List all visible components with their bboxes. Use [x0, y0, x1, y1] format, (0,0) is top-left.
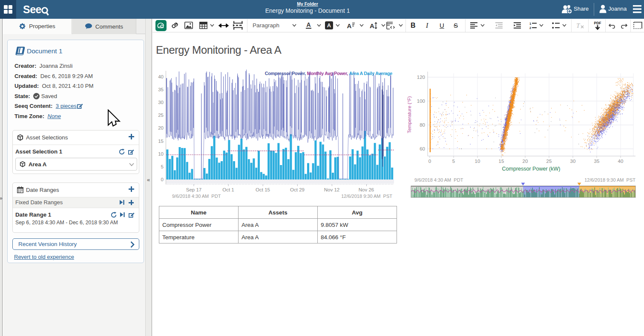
svg-text:2: 2: [529, 26, 531, 29]
svg-text:9/6/2018 4:30 AM PDT: 9/6/2018 4:30 AM PDT: [172, 194, 221, 199]
svg-text:Compressor Power, Monthly Avg: Compressor Power, Monthly Avg Power, Are…: [265, 71, 393, 76]
svg-text:12/6/2018 9:30 AM PST: 12/6/2018 9:30 AM PST: [341, 194, 392, 199]
svg-text:A: A: [347, 22, 352, 29]
svg-text:5: 5: [452, 159, 455, 164]
svg-text:15: 15: [499, 159, 504, 164]
svg-text:15: 15: [158, 139, 164, 144]
svg-text:0: 0: [428, 159, 431, 164]
svg-text:Sep 17: Sep 17: [186, 187, 201, 192]
svg-text:Nov 12: Nov 12: [324, 187, 339, 192]
svg-text:20: 20: [523, 159, 528, 164]
svg-text:25: 25: [546, 159, 552, 164]
svg-text:30: 30: [158, 100, 164, 105]
svg-text:Temperature (°F): Temperature (°F): [407, 96, 412, 133]
svg-text:12/6/2018 9:30 AM PST: 12/6/2018 9:30 AM PST: [584, 177, 635, 182]
svg-text:A: A: [306, 22, 310, 28]
svg-text:40: 40: [618, 159, 624, 164]
svg-text:Oct 1: Oct 1: [222, 187, 234, 192]
svg-text:9/6/2018 4:30 AM PDT: 9/6/2018 4:30 AM PDT: [414, 177, 463, 182]
svg-text:30: 30: [570, 159, 576, 164]
svg-text:A: A: [327, 22, 331, 29]
svg-text:40: 40: [158, 74, 164, 79]
svg-text:Oct 29: Oct 29: [290, 187, 305, 192]
svg-text:Oct 15: Oct 15: [256, 187, 270, 192]
svg-text:1: 1: [529, 22, 531, 26]
svg-text:35: 35: [594, 159, 600, 164]
svg-text:120: 120: [417, 75, 425, 80]
svg-text:35: 35: [158, 87, 164, 92]
svg-text:10: 10: [475, 159, 480, 164]
svg-text:A: A: [370, 22, 374, 29]
svg-text:10: 10: [158, 151, 164, 156]
svg-text:T: T: [576, 22, 581, 29]
svg-text:20: 20: [158, 125, 164, 130]
svg-text:0: 0: [161, 177, 164, 182]
svg-text:80: 80: [420, 122, 425, 127]
svg-text:Compressor Power (kW): Compressor Power (kW): [502, 166, 561, 172]
svg-text:60: 60: [420, 146, 425, 151]
svg-text:100: 100: [417, 98, 425, 104]
svg-text:Nov 26: Nov 26: [359, 187, 374, 192]
svg-text:25: 25: [158, 113, 164, 118]
svg-text:PDF: PDF: [594, 21, 601, 25]
svg-text:5: 5: [161, 164, 164, 169]
